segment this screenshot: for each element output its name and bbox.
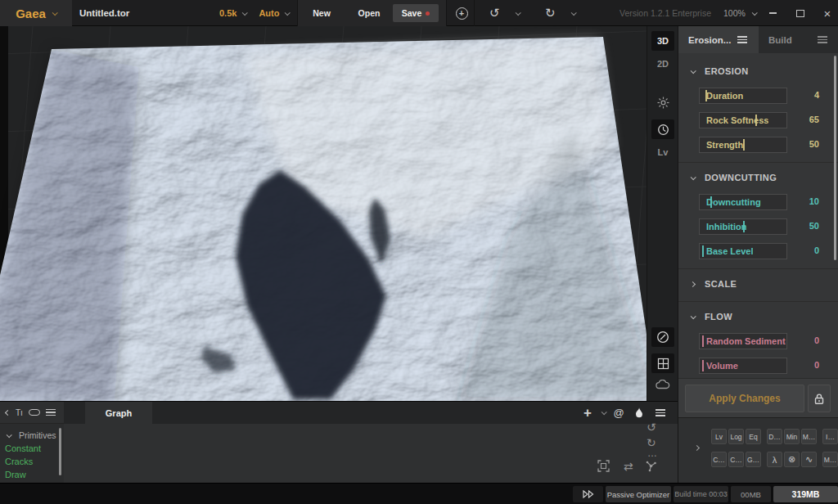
toolbox-item-draw[interactable]: Draw (5, 470, 64, 479)
app-menu-button[interactable]: Gaea (0, 0, 72, 26)
layout-grid-button[interactable] (647, 353, 678, 373)
swap-connections-button[interactable]: ⇄ (624, 460, 633, 473)
minimize-button[interactable] (763, 0, 782, 26)
toolbox-menu-icon[interactable] (46, 409, 56, 416)
toolbox-title: Tı (16, 408, 23, 417)
tab-menu-icon[interactable] (737, 36, 747, 43)
shelf-node-lambda-icon[interactable]: λ (767, 452, 782, 467)
compass-button[interactable] (647, 327, 678, 347)
slider-duration[interactable]: Duration (699, 88, 787, 104)
hamburger-icon (656, 409, 665, 416)
shelf-node-eq[interactable]: Eq (746, 429, 761, 444)
mention-button[interactable]: @ (610, 402, 627, 424)
shelf-node-i[interactable]: I… (822, 429, 838, 444)
param-duration: Duration 4 (699, 88, 819, 104)
collapse-toolbox-icon[interactable] (5, 409, 11, 415)
viewport-3d[interactable] (0, 26, 647, 401)
param-value: 4 (814, 90, 819, 100)
level-display-button[interactable]: Lv (647, 147, 678, 157)
auto-layout-button[interactable] (645, 460, 657, 472)
tab-build[interactable]: Build (759, 26, 838, 53)
memory-status-large: 319MB (773, 486, 838, 502)
atmosphere-button[interactable] (647, 380, 678, 389)
param-strength: Strength 50 (699, 137, 819, 153)
slider-handle[interactable] (702, 335, 704, 347)
slider-inhibition[interactable]: Inhibition (699, 218, 787, 235)
shelf-node-m[interactable]: M… (801, 429, 817, 444)
view-2d-button[interactable]: 2D (647, 59, 678, 69)
new-button[interactable]: New (298, 8, 345, 18)
section-header-scale[interactable]: SCALE (691, 276, 838, 292)
save-options-button[interactable]: + (449, 0, 475, 26)
save-button[interactable]: Save (393, 4, 439, 22)
shelf-node-m2[interactable]: M… (822, 452, 838, 467)
toolbox-group-primitives[interactable]: Primitives (7, 430, 64, 440)
toggle-pill-icon[interactable] (29, 409, 40, 416)
redo-button[interactable]: ↻ (545, 0, 556, 26)
slider-volume[interactable]: Volume (699, 358, 787, 374)
resume-builds-button[interactable] (573, 486, 603, 502)
more-options-icon[interactable]: … (647, 448, 658, 459)
slider-random-sedimentation[interactable]: Random Sedimentation (699, 333, 787, 349)
tab-menu-icon[interactable] (818, 36, 827, 43)
close-button[interactable]: × (818, 0, 837, 26)
shelf-node-wave-icon[interactable]: ∿ (801, 452, 817, 467)
add-node-chevron-icon[interactable] (597, 402, 609, 424)
optimizer-status[interactable]: Passive Optimizer (606, 486, 671, 502)
slider-rock-softness[interactable]: Rock Softness (699, 112, 787, 128)
time-of-day-button[interactable] (647, 119, 678, 139)
build-mode-chevron-icon[interactable] (285, 10, 291, 16)
rotate-ccw-button[interactable]: ↺ (647, 421, 656, 434)
chevron-down-icon (691, 68, 696, 74)
ui-zoom-dropdown[interactable]: 100% (723, 0, 756, 26)
param-volume: Volume 0 (699, 358, 819, 374)
toolbox-item-constant[interactable]: Constant (5, 443, 64, 453)
slider-strength[interactable]: Strength (699, 137, 787, 153)
slider-downcutting[interactable]: Downcutting (699, 194, 787, 210)
undo-button[interactable]: ↺ (489, 0, 500, 26)
section-header-downcutting[interactable]: DOWNCUTTING (691, 169, 838, 186)
section-header-erosion[interactable]: EROSION (691, 63, 838, 79)
lighting-button[interactable] (647, 97, 678, 109)
toolbox-scrollbar[interactable] (59, 428, 61, 475)
graph-tab-strip: Graph + @ (64, 402, 678, 424)
bake-button[interactable] (631, 402, 647, 424)
slider-base-level[interactable]: Base Level (699, 243, 787, 259)
slider-handle[interactable] (702, 245, 704, 257)
param-base-level: Base Level 0 (699, 243, 819, 259)
resolution-chevron-icon[interactable] (242, 10, 248, 16)
shelf-node-d[interactable]: D… (767, 429, 782, 444)
graph-canvas[interactable]: ↺ ↻ … ⇄ (64, 424, 678, 484)
fit-view-button[interactable] (597, 460, 610, 472)
shelf-expand-icon[interactable] (694, 445, 700, 451)
slider-handle[interactable] (702, 360, 704, 371)
resolution-dropdown[interactable]: 0.5k (219, 8, 237, 18)
apply-changes-button[interactable]: Apply Changes (685, 385, 804, 412)
build-mode-dropdown[interactable]: Auto (259, 8, 279, 18)
tab-erosion[interactable]: Erosion... (678, 26, 759, 53)
sidebar-scrollbar[interactable] (834, 56, 836, 260)
maximize-button[interactable] (791, 0, 810, 26)
shelf-node-log[interactable]: Log (728, 429, 744, 444)
lock-button[interactable] (808, 385, 831, 412)
section-header-flow[interactable]: FLOW (691, 308, 838, 325)
undo-history-chevron-icon[interactable] (516, 0, 520, 26)
build-time-status: Build time 00:03 (674, 486, 728, 502)
shelf-node-min[interactable]: Min (784, 429, 800, 444)
divider (678, 162, 838, 163)
file-actions: New Open Save (297, 0, 447, 26)
open-button[interactable]: Open (345, 8, 393, 18)
shelf-node-c2[interactable]: C… (728, 452, 744, 467)
shelf-node-c1[interactable]: C… (711, 452, 727, 467)
shelf-node-g[interactable]: G… (746, 452, 761, 467)
version-label: Version 1.2.1 Enterprise (596, 0, 735, 26)
lock-icon (813, 393, 825, 405)
toolbox-item-cracks[interactable]: Cracks (5, 457, 64, 466)
view-3d-button[interactable]: 3D (647, 31, 678, 51)
redo-history-chevron-icon[interactable] (571, 0, 575, 26)
add-node-button[interactable]: + (579, 402, 596, 424)
shelf-node-combine-icon[interactable]: ⊗ (784, 452, 800, 467)
shelf-node-lv[interactable]: Lv (711, 429, 727, 444)
tab-graph[interactable]: Graph (85, 402, 152, 424)
slider-handle[interactable] (743, 139, 745, 151)
